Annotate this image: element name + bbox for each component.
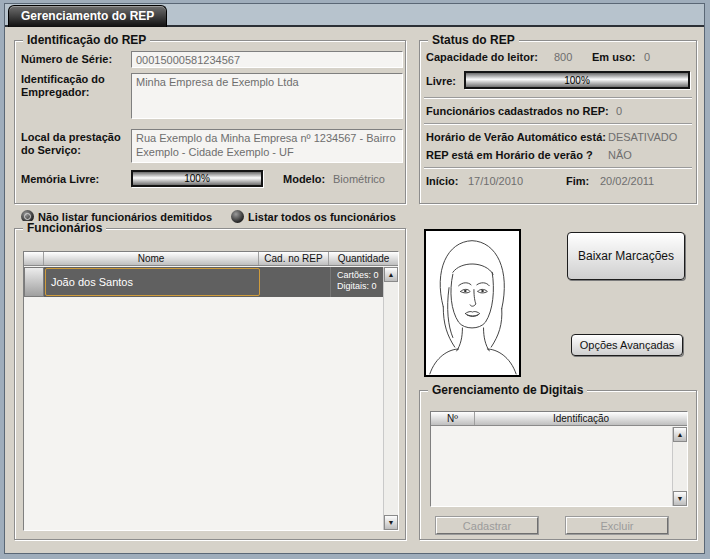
empregador-field[interactable]: Minha Empresa de Exemplo Ltda (131, 73, 403, 119)
inicio-label: Início: (426, 175, 458, 188)
table-row[interactable]: João dos Santos Cartões: 0 Digitais: 0 (24, 267, 383, 297)
separator (424, 97, 692, 99)
cell-quantidade: Cartões: 0 Digitais: 0 (331, 267, 383, 297)
memoria-livre-label: Memória Livre: (21, 173, 99, 186)
tab-strip: Gerenciamento do REP (5, 4, 704, 27)
radio-listar-todos-label[interactable]: Listar todos os funcionários (248, 211, 396, 223)
group-identificacao-title: Identificação do REP (23, 33, 150, 47)
digitais-count: Digitais: 0 (337, 281, 383, 292)
inicio-value: 17/10/2010 (468, 175, 523, 187)
portrait-sketch (426, 231, 519, 375)
cartoes-count: Cartões: 0 (337, 270, 383, 281)
employee-photo (424, 229, 521, 377)
capacidade-value: 800 (554, 51, 572, 63)
app-window: Gerenciamento do REP Identificação do RE… (4, 3, 705, 554)
group-digitais-title: Gerenciamento de Digitais (428, 383, 587, 397)
livre-label: Livre: (426, 75, 456, 88)
numero-serie-label: Número de Série: (21, 53, 112, 66)
local-servico-label: Local da prestação do Serviço: (21, 131, 129, 157)
modelo-value: Biométrico (333, 173, 385, 185)
group-funcionarios: Funcionários Nome Cad. no REP Quantidade… (14, 228, 406, 540)
funcionarios-table-header: Nome Cad. no REP Quantidade (24, 252, 398, 266)
verao-rep-value: NÃO (608, 149, 632, 161)
radio-listar-todos[interactable] (231, 210, 244, 223)
baixar-marcacoes-button[interactable]: Baixar Marcações (567, 232, 685, 280)
group-funcionarios-title: Funcionários (23, 221, 106, 235)
digitais-scrollbar[interactable]: ▲ ▼ (672, 427, 687, 506)
verao-automatico-label: Horário de Verão Automático está: (426, 131, 606, 144)
capacidade-label: Capacidade do leitor: (426, 51, 538, 64)
numero-serie-field[interactable]: 00015000581234567 (131, 51, 403, 68)
column-rowheader (24, 252, 44, 265)
excluir-button[interactable]: Excluir (566, 517, 668, 534)
scroll-down-icon[interactable]: ▼ (673, 491, 687, 506)
separator (424, 123, 692, 125)
funcionarios-table: Nome Cad. no REP Quantidade João dos San… (23, 251, 399, 531)
funcionarios-cadastrados-value: 0 (616, 105, 622, 117)
window-title: Gerenciamento do REP (21, 9, 154, 23)
column-identificacao: Identificação (475, 412, 687, 425)
em-uso-label: Em uso: (592, 51, 635, 64)
cell-nome[interactable]: João dos Santos (45, 268, 260, 296)
digitais-table-header: Nº Identificação (431, 412, 687, 426)
scroll-down-icon[interactable]: ▼ (384, 515, 398, 530)
fim-value: 20/02/2011 (600, 175, 654, 187)
tab-gerenciamento-rep[interactable]: Gerenciamento do REP (8, 5, 167, 27)
scroll-up-icon[interactable]: ▲ (384, 267, 398, 282)
verao-rep-label: REP está em Horário de verão ? (426, 149, 593, 162)
group-status-rep: Status do REP Capacidade do leitor: 800 … (419, 40, 697, 204)
funcionarios-scrollbar[interactable]: ▲ ▼ (383, 267, 398, 530)
column-quantidade: Quantidade (329, 252, 398, 265)
modelo-label: Modelo: (283, 173, 325, 186)
opcoes-avancadas-button[interactable]: Opções Avançadas (571, 334, 683, 356)
cadastrar-button[interactable]: Cadastrar (436, 517, 538, 534)
funcionarios-cadastrados-label: Funcionários cadastrados no REP: (426, 105, 609, 118)
verao-automatico-value: DESATIVADO (608, 131, 677, 143)
fim-label: Fim: (566, 175, 589, 188)
em-uso-value: 0 (644, 51, 650, 63)
memoria-livre-progressbar: 100% (131, 170, 263, 187)
local-servico-field[interactable]: Rua Exemplo da Minha Empresa nº 1234567 … (131, 129, 403, 163)
empregador-label: Identificação do Empregador: (21, 73, 126, 99)
scroll-up-icon[interactable]: ▲ (673, 427, 687, 442)
column-numero: Nº (431, 412, 475, 425)
group-gerenciamento-digitais: Gerenciamento de Digitais Nº Identificaç… (419, 390, 697, 540)
digitais-table: Nº Identificação ▲ ▼ (430, 411, 688, 507)
row-header-cell[interactable] (24, 267, 44, 297)
group-status-title: Status do REP (428, 33, 519, 47)
livre-progressbar: 100% (464, 71, 690, 89)
cell-cad-no-rep[interactable] (261, 267, 331, 297)
column-cad-no-rep: Cad. no REP (259, 252, 329, 265)
separator (424, 167, 692, 169)
group-identificacao-rep: Identificação do REP Número de Série: 00… (14, 40, 406, 204)
column-nome: Nome (44, 252, 259, 265)
